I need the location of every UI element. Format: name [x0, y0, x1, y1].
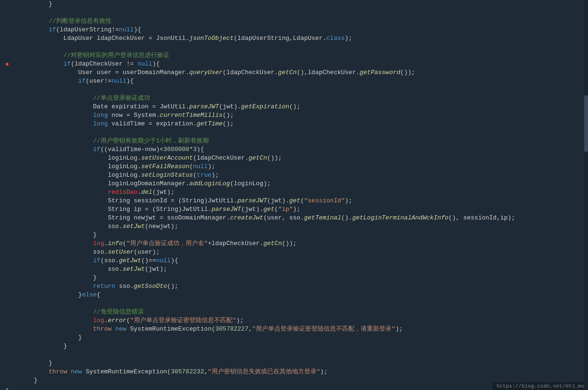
gutter-icon-10 — [4, 77, 10, 86]
token-plain: loginLog. — [19, 162, 141, 171]
gutter-icon-21 — [4, 171, 10, 180]
token-method: getCn — [263, 239, 282, 248]
gutter-icon-37 — [4, 308, 10, 316]
token-method: setUser — [108, 248, 134, 257]
token-num: 3 — [193, 145, 197, 154]
token-method: parseJWT — [237, 197, 267, 205]
token-plain: (jwt); — [152, 188, 175, 197]
code-line-17: if((validTime-now)<3600000*3){ — [19, 145, 588, 154]
gutter-icon-25 — [4, 205, 10, 214]
token-method: del — [141, 188, 152, 197]
token-comment-zh: //判断登录信息有效性 — [19, 17, 112, 26]
token-kw: else — [82, 291, 97, 299]
gutter-icon-41 — [4, 342, 10, 351]
gutter-icon-17 — [4, 137, 10, 145]
token-plain: . — [138, 188, 141, 197]
scrollbar-vertical[interactable] — [584, 0, 588, 390]
token-plain: (jwt). — [241, 205, 263, 214]
token-method: getTime — [196, 120, 223, 128]
token-plain: (ldapCheckUser. — [223, 68, 278, 77]
gutter-icon-42 — [4, 351, 10, 359]
code-line-42: } — [19, 359, 588, 368]
gutter-icon-18 — [4, 145, 10, 154]
token-plain: } — [19, 359, 52, 368]
token-string: "ip" — [278, 205, 293, 214]
token-plain: } — [19, 333, 82, 342]
token-string: "用户单点登录验证密登陆信息不匹配" — [130, 316, 236, 325]
token-method: getJwt — [119, 257, 141, 265]
token-plain: (user); — [134, 248, 160, 257]
editor-container: ● ◆ — [0, 0, 588, 390]
scrollbar-thumb[interactable] — [584, 95, 588, 152]
token-plain: ); — [345, 197, 353, 205]
token-plain — [19, 239, 93, 248]
token-method: parseJWT — [189, 103, 219, 111]
token-plain: ); — [293, 205, 300, 214]
gutter-icon-28 — [4, 231, 10, 239]
token-method: getCn — [278, 68, 297, 77]
code-line-32: } — [19, 274, 588, 282]
token-plain — [19, 77, 78, 86]
token-kw: null — [156, 257, 171, 265]
token-red: redisDao — [108, 188, 137, 197]
token-kw: null — [112, 77, 126, 86]
token-kw: new — [115, 325, 126, 333]
token-kw: if — [93, 257, 101, 265]
token-plain — [19, 188, 108, 197]
token-plain: * — [189, 145, 193, 154]
gutter-breakpoint-8[interactable]: ● — [4, 60, 10, 68]
code-line-0: } — [19, 0, 588, 9]
token-plain: (). — [341, 214, 352, 222]
code-line-8: User user = userDomainManager.queryUser(… — [19, 68, 588, 77]
code-line-39: } — [19, 333, 588, 342]
code-line-2: //判断登录信息有效性 — [19, 17, 588, 26]
token-plain: LdapUser ldapCheckUser = JsonUtil. — [19, 34, 189, 43]
token-plain: ( — [122, 239, 126, 248]
token-plain: (jwt). — [267, 197, 289, 205]
token-string: "sessionId" — [304, 197, 345, 205]
token-red: log — [93, 239, 104, 248]
token-plain: (ldapUserString!= — [56, 26, 119, 34]
token-kw: class — [327, 34, 345, 43]
code-line-14: long validTime = expiration.getTime(); — [19, 120, 588, 128]
token-plain: ()== — [141, 257, 156, 265]
code-line-13: long now = System.currentTimeMillis(); — [19, 111, 588, 120]
token-plain: ){ — [171, 257, 178, 265]
token-method: getTeminal — [304, 214, 341, 222]
code-line-5 — [19, 43, 588, 51]
token-string: "用户单点验证成功，用户名" — [126, 239, 208, 248]
token-plain: String sessionId = (String)JwtUtil. — [19, 197, 237, 205]
code-line-41 — [19, 351, 588, 359]
gutter-icon-31 — [4, 257, 10, 265]
token-method: error — [108, 316, 126, 325]
token-plain: (ldapUserString,LdapUser. — [233, 34, 326, 43]
gutter-icon-29 — [4, 239, 10, 248]
token-red: log — [93, 316, 104, 325]
token-plain: . — [104, 316, 108, 325]
token-plain: User user = userDomainManager. — [19, 68, 189, 77]
token-plain — [19, 257, 93, 265]
code-line-36: //免登陆信息错误 — [19, 308, 588, 316]
token-plain: ){ — [134, 26, 141, 34]
code-line-25: String newjwt = ssoDomainManager.createJ… — [19, 214, 588, 222]
code-line-6: //对密钥对应的用户登录信息进行验证 — [19, 51, 588, 60]
token-kw: null — [138, 60, 152, 68]
token-method: currentTimeMillis — [159, 111, 223, 120]
token-num: 3600000 — [163, 145, 189, 154]
code-line-43: throw new SystemRuntimeException(3057822… — [19, 368, 588, 376]
code-line-21: loginLogDomainManager.addLoginLog(loginL… — [19, 180, 588, 188]
token-plain: (); — [223, 111, 233, 120]
code-line-18: loginLog.setUserAccount(ldapCheckUser.ge… — [19, 154, 588, 162]
token-plain — [19, 325, 93, 333]
token-kw: null — [193, 162, 208, 171]
gutter-icon-12 — [4, 94, 10, 103]
token-plain: now = System. — [108, 111, 159, 120]
token-plain: ){ — [126, 77, 134, 86]
token-kw: return — [93, 282, 115, 291]
code-line-1 — [19, 9, 588, 17]
code-line-34: }else{ — [19, 291, 588, 299]
gutter-icon-9 — [4, 68, 10, 77]
gutter-icon-40 — [4, 333, 10, 342]
token-plain: sso. — [19, 248, 108, 257]
code-line-4: LdapUser ldapCheckUser = JsonUtil.jsonTo… — [19, 34, 588, 43]
